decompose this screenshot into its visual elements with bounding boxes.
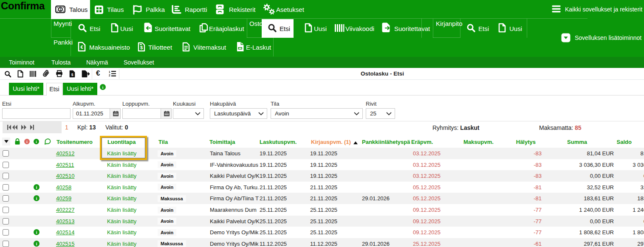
svg-text:i: i — [36, 242, 37, 246]
svg-text:i: i — [36, 185, 37, 190]
svg-text:$: $ — [71, 73, 73, 77]
svg-text:1: 1 — [59, 7, 62, 11]
svg-text:i: i — [36, 196, 37, 201]
svg-text:2: 2 — [109, 74, 110, 77]
svg-text:i: i — [36, 230, 37, 235]
svg-text:€: € — [80, 45, 83, 50]
svg-text:1: 1 — [109, 70, 110, 73]
svg-text:$: $ — [140, 45, 143, 50]
